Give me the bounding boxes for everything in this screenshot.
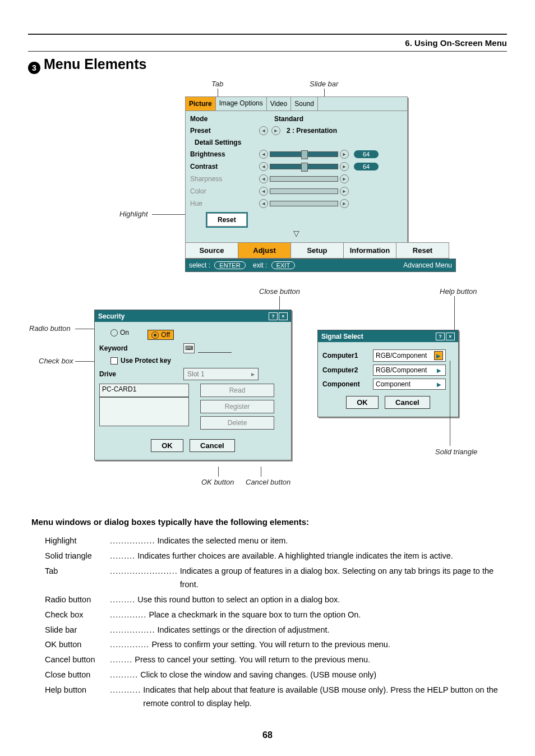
maintab-setup[interactable]: Setup (290, 242, 344, 259)
ok-button[interactable]: OK (346, 396, 379, 409)
definition-term: Slide bar (45, 624, 110, 637)
section-title: 3Menu Elements (28, 56, 507, 74)
status-select-label: select : (189, 261, 210, 269)
sig-label-2: Computer2 (322, 366, 373, 374)
chapter-header: 6. Using On-Screen Menu (28, 38, 507, 48)
definition-term: Check box (45, 609, 110, 622)
arrow-right-icon[interactable]: ► (340, 150, 349, 159)
sig-label-1: Computer1 (322, 352, 373, 359)
maintab-source[interactable]: Source (185, 242, 238, 259)
definition-desc: Place a checkmark in the square box to t… (149, 609, 507, 622)
definition-term: Close button (45, 669, 110, 682)
callout-checkbox: Check box (39, 357, 73, 365)
brightness-value: 64 (354, 150, 379, 158)
osd-hue-label: Hue (190, 200, 257, 208)
hue-slider (270, 201, 338, 206)
pc-card-field[interactable]: PC-CARD1 (99, 384, 189, 397)
solid-triangle-icon[interactable]: ▶ (435, 366, 443, 374)
keyword-input[interactable] (198, 344, 232, 353)
radio-on[interactable]: On (110, 329, 129, 336)
callout-radio: Radio button (29, 324, 71, 333)
cancel-button[interactable]: Cancel (385, 396, 430, 409)
security-dialog: Security?× On Off Keyword ⌨ Use Protect … (94, 310, 292, 460)
pc-card-area[interactable] (99, 397, 189, 426)
status-exit-key: EXIT (271, 261, 295, 269)
definition-row: Highlight................Indicates the s… (45, 534, 507, 548)
drive-label: Drive (99, 370, 183, 378)
delete-button[interactable]: Delete (200, 416, 274, 430)
keyword-label: Keyword (99, 344, 183, 352)
arrow-left-icon: ◄ (259, 187, 268, 196)
sig-combo-3[interactable]: Component▶ (373, 379, 446, 390)
cancel-button[interactable]: Cancel (190, 439, 235, 452)
arrow-left-icon[interactable]: ◄ (259, 162, 268, 171)
keyboard-icon[interactable]: ⌨ (183, 343, 195, 353)
signal-select-dialog: Signal Select?× Computer1RGB/Component▶ … (317, 330, 459, 417)
arrow-right-icon[interactable]: ► (271, 126, 280, 135)
contrast-value: 64 (354, 163, 379, 170)
definition-row: OK button..............Press to confirm … (45, 638, 507, 652)
signal-title: Signal Select (321, 333, 363, 340)
arrow-left-icon[interactable]: ◄ (259, 126, 268, 135)
definition-row: Check box.............Place a checkmark … (45, 609, 507, 622)
callout-slidebar: Slide bar (310, 80, 338, 88)
osd-detail-label[interactable]: Detail Settings (190, 139, 262, 146)
ok-button[interactable]: OK (151, 439, 183, 452)
tab-video[interactable]: Video (267, 97, 291, 110)
radio-off[interactable]: Off (147, 330, 174, 340)
definition-row: Close button..........Click to close the… (45, 669, 507, 682)
tab-sound[interactable]: Sound (291, 97, 318, 110)
osd-mode-label: Mode (190, 115, 257, 123)
osd-preset-value: 2 : Presentation (287, 127, 337, 135)
definition-desc: Indicates further choices are available.… (137, 550, 507, 563)
chevron-right-icon: ▸ (251, 370, 255, 378)
definition-row: Help button...........Indicates that hel… (45, 684, 507, 711)
drive-select[interactable]: Slot 1▸ (183, 368, 259, 380)
maintab-information[interactable]: Information (343, 242, 396, 259)
protect-checkbox[interactable] (110, 357, 118, 365)
callout-cancel: Cancel button (246, 478, 290, 486)
solid-triangle-icon[interactable]: ▶ (435, 380, 443, 388)
tab-image-options[interactable]: Image Options (216, 97, 267, 110)
close-icon[interactable]: × (446, 333, 455, 340)
osd-color-label: Color (190, 187, 257, 195)
definition-row: Radio button.........Use this round butt… (45, 593, 507, 607)
close-icon[interactable]: × (279, 312, 288, 320)
help-icon[interactable]: ? (436, 333, 445, 340)
sig-combo-2[interactable]: RGB/Component▶ (373, 365, 446, 376)
osd-reset-button[interactable]: Reset (207, 213, 247, 227)
section-number-badge: 3 (28, 62, 40, 74)
definition-desc: Indicates that help about that feature i… (143, 684, 507, 711)
solid-triangle-icon[interactable]: ▶ (434, 351, 443, 360)
read-button[interactable]: Read (200, 384, 274, 397)
definition-term: Tab (45, 565, 110, 592)
callout-highlight: Highlight (119, 210, 148, 218)
sig-label-3: Component (322, 380, 373, 388)
arrow-right-icon[interactable]: ► (340, 162, 349, 171)
contrast-slider[interactable] (270, 164, 338, 169)
status-right-label: Advanced Menu (403, 261, 452, 269)
brightness-slider[interactable] (270, 151, 338, 157)
maintab-adjust[interactable]: Adjust (238, 242, 291, 259)
sig-combo-1[interactable]: RGB/Component▶ (373, 349, 446, 362)
tab-picture[interactable]: Picture (186, 97, 216, 110)
chevron-down-icon[interactable]: ▽ (190, 228, 403, 240)
arrow-left-icon: ◄ (259, 199, 268, 208)
register-button[interactable]: Register (200, 400, 274, 413)
osd-preset-label: Preset (190, 127, 257, 135)
definition-desc: Indicates the selected menu or item. (157, 534, 507, 548)
definition-desc: Click to close the window and saving cha… (140, 669, 507, 682)
security-title: Security (98, 312, 124, 320)
definition-desc: Press to cancel your setting. You will r… (135, 653, 507, 667)
arrow-left-icon[interactable]: ◄ (259, 150, 268, 159)
protect-label: Use Protect key (121, 357, 171, 365)
sharpness-slider (270, 176, 338, 182)
osd-mode-value: Standard (274, 115, 303, 123)
definition-desc: Indicates settings or the direction of a… (157, 624, 507, 637)
help-icon[interactable]: ? (269, 312, 278, 320)
page-number: 68 (0, 730, 535, 740)
maintab-reset[interactable]: Reset (396, 242, 449, 259)
definition-row: Slide bar................Indicates setti… (45, 624, 507, 637)
definition-desc: Press to confirm your setting. You will … (151, 638, 507, 652)
callout-tab: Tab (211, 80, 223, 88)
